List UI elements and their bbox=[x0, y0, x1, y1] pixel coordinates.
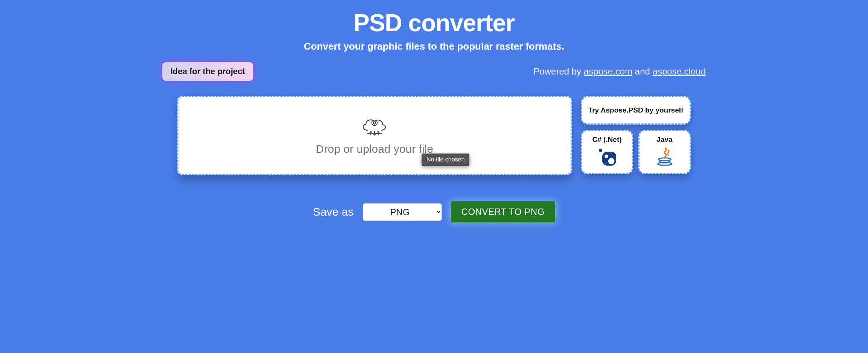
svg-point-6 bbox=[608, 158, 614, 164]
powered-mid: and bbox=[635, 66, 653, 76]
powered-prefix: Powered by bbox=[533, 66, 583, 76]
page-title: PSD converter bbox=[160, 9, 708, 37]
file-dropzone[interactable]: Drop or upload your file No file chosen bbox=[177, 96, 572, 175]
file-chosen-tooltip: No file chosen bbox=[422, 154, 469, 166]
svg-point-3 bbox=[598, 149, 602, 152]
upload-cloud-icon bbox=[359, 116, 390, 138]
svg-point-0 bbox=[372, 120, 378, 126]
save-as-label: Save as bbox=[313, 205, 353, 218]
format-select[interactable]: PNG bbox=[363, 203, 442, 221]
try-aspose-card: Try Aspose.PSD by yourself bbox=[581, 96, 691, 125]
java-icon bbox=[654, 147, 675, 168]
aspose-cloud-link[interactable]: aspose.cloud bbox=[653, 66, 706, 76]
svg-point-9 bbox=[658, 163, 672, 165]
java-label: Java bbox=[656, 135, 672, 144]
aspose-com-link[interactable]: aspose.com bbox=[584, 66, 632, 76]
dropzone-label: Drop or upload your file bbox=[316, 143, 433, 155]
csharp-card[interactable]: C# (.Net) bbox=[581, 130, 633, 174]
convert-button[interactable]: CONVERT TO PNG bbox=[451, 201, 555, 222]
nuget-icon bbox=[597, 147, 618, 168]
svg-point-5 bbox=[605, 154, 608, 158]
powered-by-text: Powered by aspose.com and aspose.cloud bbox=[533, 66, 706, 77]
page-subtitle: Convert your graphic files to the popula… bbox=[160, 41, 708, 52]
csharp-label: C# (.Net) bbox=[592, 135, 621, 144]
svg-rect-4 bbox=[602, 152, 616, 166]
java-card[interactable]: Java bbox=[638, 130, 691, 174]
idea-button[interactable]: Idea for the project bbox=[162, 62, 253, 81]
